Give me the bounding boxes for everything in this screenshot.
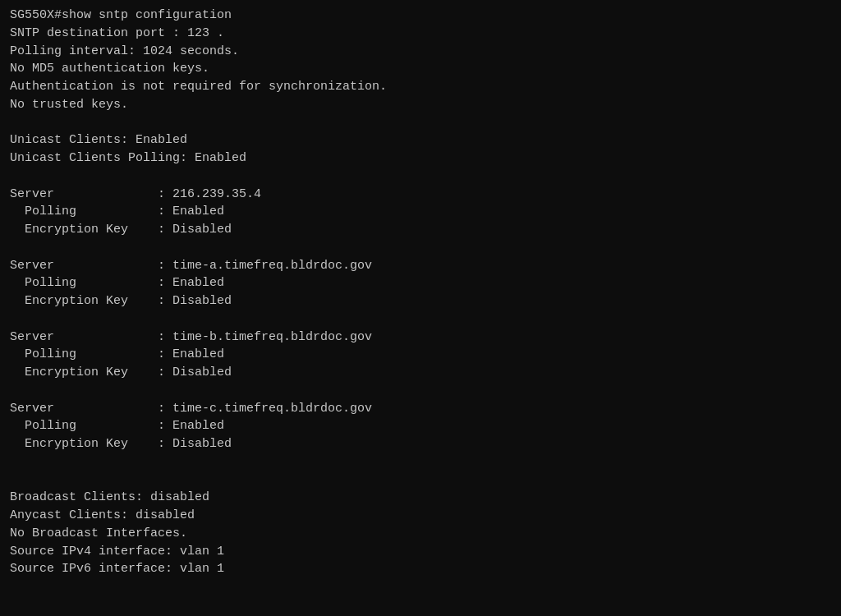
terminal-output: SG550X#show sntp configuration SNTP dest… — [0, 0, 841, 616]
